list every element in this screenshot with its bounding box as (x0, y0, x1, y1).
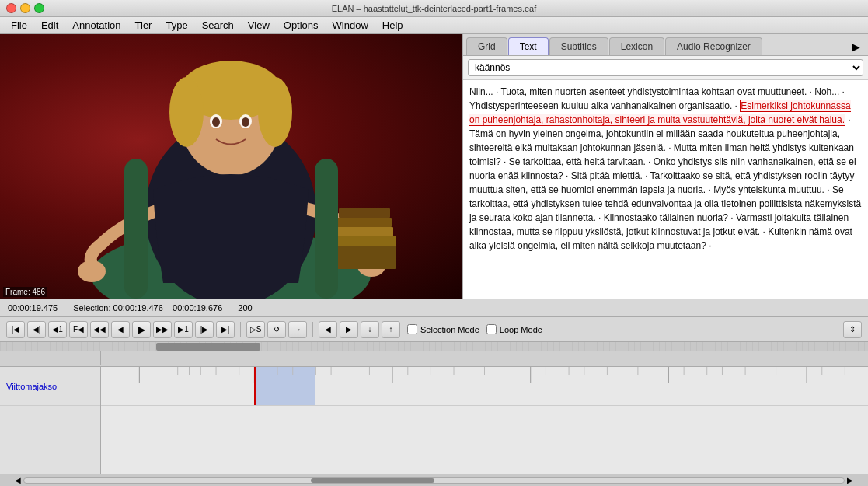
text-after-highlight: · Tämä on hyvin yleinen ongelma, johtoku… (469, 114, 861, 251)
menu-help[interactable]: Help (376, 18, 410, 33)
selection-timecode: Selection: 00:00:19.476 – 00:00:19.676 (73, 303, 222, 313)
timeline-selection (254, 367, 315, 405)
video-frame: Frame: 486 (0, 34, 462, 299)
selection-mode-control: Selection Mode (407, 324, 479, 334)
scroll-track[interactable] (23, 477, 845, 484)
loop-mode-label: Loop Mode (500, 325, 542, 334)
svg-rect-14 (337, 218, 392, 227)
timeline-tracks: Viittomajakso (0, 367, 868, 474)
selector-bar: käännös (463, 56, 868, 80)
slow-play-button[interactable]: ▷S (246, 321, 265, 338)
maximize-button[interactable] (34, 3, 44, 13)
annotation-panel: Grid Text Subtitles Lexicon Audio Recogn… (462, 34, 868, 299)
svg-rect-12 (334, 236, 396, 246)
arrow-right-button[interactable]: ▶ (340, 321, 358, 338)
frame-counter: Frame: 486 (3, 287, 47, 297)
svg-rect-16 (334, 246, 396, 269)
tab-grid[interactable]: Grid (466, 37, 507, 55)
window-title: ELAN – haastattelut_ttk-deinterlaced-par… (332, 4, 537, 13)
overview-scrollbar[interactable] (0, 342, 868, 351)
video-panel: Frame: 486 (0, 34, 462, 299)
panel-expand-button[interactable]: ⇕ (843, 321, 862, 338)
tab-audio-recognizer[interactable]: Audio Recognizer (665, 37, 762, 55)
prev-1-button[interactable]: ◀1 (48, 321, 67, 338)
playhead (254, 367, 256, 405)
track-label-viittomajakso[interactable]: Viittomajakso (0, 367, 100, 406)
svg-rect-18 (315, 159, 338, 299)
svg-rect-15 (339, 208, 390, 218)
prev-f-button[interactable]: F◀ (69, 321, 88, 338)
prev-frame-button[interactable]: ◀| (27, 321, 46, 338)
menu-edit[interactable]: Edit (35, 18, 64, 33)
video-person-svg (0, 34, 462, 299)
main-layout: Frame: 486 Grid Text Subtitles Lexicon A… (0, 34, 868, 299)
tab-text[interactable]: Text (508, 37, 549, 55)
tab-lexicon[interactable]: Lexicon (609, 37, 664, 55)
svg-rect-13 (336, 227, 393, 236)
fast-forward-button[interactable]: ▶▶ (153, 321, 172, 338)
menu-tier[interactable]: Tier (129, 18, 159, 33)
track-labels-column: Viittomajakso (0, 367, 101, 474)
menu-window[interactable]: Window (326, 18, 375, 33)
rewind-button[interactable]: ◀◀ (90, 321, 109, 338)
minimize-button[interactable] (20, 3, 30, 13)
close-button[interactable] (6, 3, 16, 13)
timeline-container: 00:00:19.000 00:00:20.000 00:00:21.000 0… (0, 351, 868, 474)
window-controls[interactable] (6, 3, 44, 13)
tab-more-button[interactable]: ▶ (847, 39, 865, 54)
step-back-button[interactable]: ◀ (111, 321, 130, 338)
selection-duration: 200 (238, 303, 252, 313)
menu-search[interactable]: Search (196, 18, 240, 33)
menu-view[interactable]: View (242, 18, 276, 33)
svg-point-4 (169, 77, 204, 147)
scroll-left-arrow[interactable]: ◀ (12, 475, 23, 486)
svg-point-10 (78, 260, 106, 282)
tier-selector[interactable]: käännös (468, 59, 863, 76)
bottom-scrollbar[interactable]: ◀ ▶ (0, 474, 868, 486)
menu-type[interactable]: Type (159, 18, 193, 33)
next-annotation-button[interactable]: → (288, 321, 307, 338)
loop-mode-checkbox[interactable] (486, 324, 497, 334)
current-timecode: 00:00:19.475 (8, 303, 58, 313)
arrow-up-button[interactable]: ↑ (382, 321, 400, 338)
tab-bar: Grid Text Subtitles Lexicon Audio Recogn… (463, 34, 868, 56)
menu-bar: File Edit Annotation Tier Type Search Vi… (0, 17, 868, 34)
next-f-button[interactable]: |▶ (195, 321, 214, 338)
svg-point-9 (242, 117, 249, 127)
text-content-area[interactable]: Niin... · Tuota, miten nuorten asenteet … (463, 80, 868, 299)
overview-thumb[interactable] (156, 343, 260, 351)
divider-1 (240, 322, 241, 337)
svg-rect-17 (124, 159, 148, 299)
title-bar: ELAN – haastattelut_ttk-deinterlaced-par… (0, 0, 868, 17)
play-button[interactable]: ▶ (132, 321, 151, 338)
tab-subtitles[interactable]: Subtitles (549, 37, 608, 55)
track-row-viittomajakso[interactable] (101, 367, 868, 406)
svg-point-8 (212, 117, 220, 127)
transport-bar: |◀ ◀| ◀1 F◀ ◀◀ ◀ ▶ ▶▶ ▶1 |▶ ▶| ▷S ↺ → ◀ … (0, 317, 868, 342)
svg-point-5 (258, 77, 292, 147)
loop-section-button[interactable]: ↺ (267, 321, 286, 338)
scroll-right-arrow[interactable]: ▶ (845, 475, 856, 486)
tick-marks-svg (101, 367, 868, 405)
track-content-column[interactable] (101, 367, 868, 474)
menu-annotation[interactable]: Annotation (66, 18, 127, 33)
arrow-left-button[interactable]: ◀ (319, 321, 337, 338)
go-to-end-button[interactable]: ▶| (216, 321, 235, 338)
scroll-thumb[interactable] (311, 478, 434, 483)
step-fwd-button[interactable]: ▶1 (174, 321, 193, 338)
timecode-bar: 00:00:19.475 Selection: 00:00:19.476 – 0… (0, 299, 868, 317)
selection-mode-label: Selection Mode (420, 325, 479, 334)
track-label-header (0, 351, 101, 365)
timeline-ruler-header: 00:00:19.000 00:00:20.000 00:00:21.000 0… (0, 351, 868, 367)
selection-mode-checkbox[interactable] (407, 324, 417, 334)
menu-options[interactable]: Options (277, 18, 325, 33)
go-to-begin-button[interactable]: |◀ (6, 321, 25, 338)
arrow-down-button[interactable]: ↓ (361, 321, 379, 338)
loop-mode-control: Loop Mode (486, 324, 542, 334)
menu-file[interactable]: File (5, 18, 33, 33)
divider-2 (312, 322, 313, 337)
overview-track (0, 342, 868, 351)
